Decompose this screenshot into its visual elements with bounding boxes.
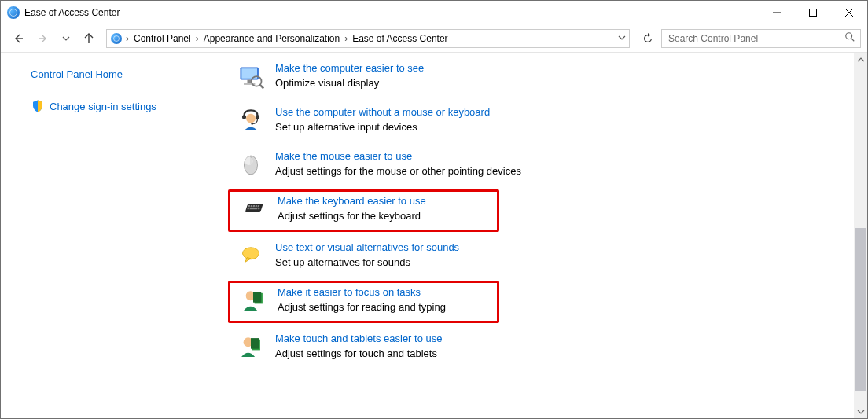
option-row: Use the computer without a mouse or keyb… xyxy=(217,101,853,145)
minimize-button[interactable] xyxy=(759,1,795,24)
person-icon xyxy=(238,286,268,316)
breadcrumb-item[interactable]: Ease of Access Center xyxy=(348,33,452,44)
nav-up-button[interactable] xyxy=(78,29,100,48)
option-row: Make the computer easier to seeOptimize … xyxy=(217,57,853,101)
svg-rect-38 xyxy=(251,338,259,349)
address-icon xyxy=(110,32,123,45)
person-icon xyxy=(236,333,266,362)
scroll-down-button[interactable] xyxy=(854,405,867,418)
monitor-icon xyxy=(236,62,266,92)
option-link[interactable]: Make the mouse easier to use xyxy=(275,150,521,162)
shield-icon xyxy=(31,99,45,113)
bubble-icon xyxy=(236,241,266,271)
refresh-button[interactable] xyxy=(638,29,658,48)
nav-forward-button[interactable] xyxy=(32,29,54,48)
breadcrumb-item[interactable]: Appearance and Personalization xyxy=(199,33,344,44)
breadcrumb-item[interactable]: Control Panel xyxy=(129,33,196,44)
control-panel-home-link[interactable]: Control Panel Home xyxy=(31,68,217,80)
search-box[interactable] xyxy=(661,29,861,48)
vertical-scrollbar[interactable] xyxy=(854,53,867,418)
option-description: Adjust settings for the mouse or other p… xyxy=(275,165,521,177)
scroll-thumb[interactable] xyxy=(855,228,866,391)
svg-rect-30 xyxy=(249,208,257,209)
option-description: Set up alternatives for sounds xyxy=(275,256,459,268)
window: Ease of Access Center › Control Panel › … xyxy=(0,0,868,419)
svg-point-16 xyxy=(242,115,246,119)
titlebar: Ease of Access Center xyxy=(1,1,867,24)
option-row: Make the keyboard easier to useAdjust se… xyxy=(238,195,489,225)
option-description: Set up alternative input devices xyxy=(275,121,490,133)
option-description: Adjust settings for the keyboard xyxy=(278,210,426,222)
close-button[interactable] xyxy=(831,1,867,24)
svg-point-7 xyxy=(846,33,852,39)
svg-rect-1 xyxy=(810,9,817,17)
svg-point-15 xyxy=(246,114,256,123)
option-row: Make the mouse easier to useAdjust setti… xyxy=(217,145,853,189)
nav-back-button[interactable] xyxy=(7,29,29,48)
recent-locations-button[interactable] xyxy=(57,31,75,46)
search-input[interactable] xyxy=(667,32,844,45)
scroll-up-button[interactable] xyxy=(854,53,867,66)
change-signin-settings-link[interactable]: Change sign-in settings xyxy=(31,99,217,113)
svg-line-14 xyxy=(260,85,264,89)
option-description: Adjust settings for touch and tablets xyxy=(275,347,442,359)
option-link[interactable]: Make the keyboard easier to use xyxy=(278,195,426,207)
search-icon[interactable] xyxy=(844,31,855,45)
app-icon xyxy=(7,6,20,19)
address-dropdown-button[interactable] xyxy=(618,33,626,44)
svg-point-22 xyxy=(245,157,252,165)
maximize-button[interactable] xyxy=(795,1,831,24)
window-title: Ease of Access Center xyxy=(24,7,120,18)
nav-row: › Control Panel › Appearance and Persona… xyxy=(1,24,867,53)
headset-icon xyxy=(236,106,266,136)
address-bar[interactable]: › Control Panel › Appearance and Persona… xyxy=(106,29,630,48)
option-row: Use text or visual alternatives for soun… xyxy=(217,237,853,281)
keyboard-icon xyxy=(238,195,268,225)
svg-point-32 xyxy=(243,248,259,259)
option-link[interactable]: Use the computer without a mouse or keyb… xyxy=(275,106,490,118)
option-link[interactable]: Make it easier to focus on tasks xyxy=(278,286,446,298)
content-pane: Make the computer easier to seeOptimize … xyxy=(217,53,867,418)
scroll-track[interactable] xyxy=(854,66,867,405)
svg-point-17 xyxy=(256,115,259,119)
mouse-icon xyxy=(236,150,266,180)
option-link[interactable]: Use text or visual alternatives for soun… xyxy=(275,241,459,253)
option-row: Make touch and tablets easier to useAdju… xyxy=(217,328,853,372)
svg-point-18 xyxy=(251,123,253,125)
option-description: Optimize visual display xyxy=(275,77,424,89)
option-description: Adjust settings for reading and typing xyxy=(278,301,446,313)
option-link[interactable]: Make touch and tablets easier to use xyxy=(275,333,442,344)
sidebar-signin-label: Change sign-in settings xyxy=(50,101,156,112)
option-row: Make it easier to focus on tasksAdjust s… xyxy=(238,286,489,316)
option-link[interactable]: Make the computer easier to see xyxy=(275,62,424,74)
sidebar: Control Panel Home Change sign-in settin… xyxy=(1,53,217,418)
svg-line-8 xyxy=(851,39,855,42)
svg-rect-35 xyxy=(253,292,261,303)
